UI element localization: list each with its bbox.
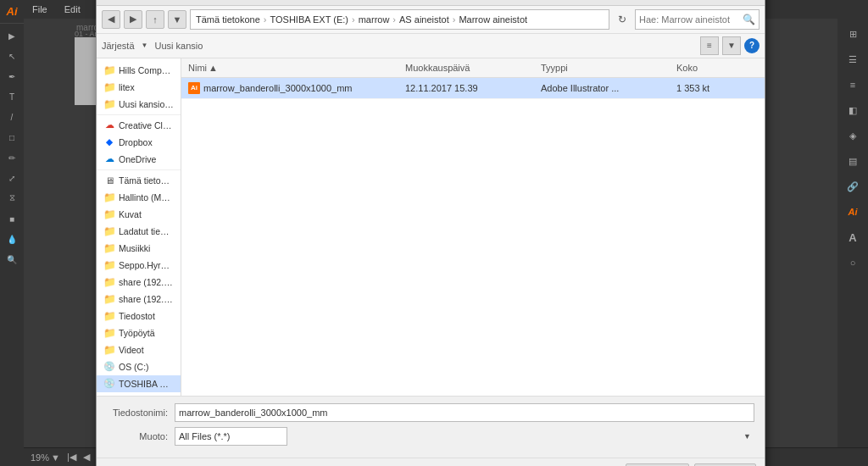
sidebar-item-toshiba[interactable]: 💿 TOSHIBA EXT (E: (97, 375, 181, 392)
sidebar-item-hallinto[interactable]: 📁 Hallinto (MARRC (97, 189, 181, 206)
appearance-icon[interactable]: ○ (841, 251, 865, 275)
format-select[interactable]: All Files (*.*) Adobe Illustrator (*.ai)… (175, 427, 287, 446)
creative-cloud-icon: ☁ (103, 119, 115, 131)
blend-tool[interactable]: ⧖ (3, 189, 21, 208)
recent-button[interactable]: ▼ (168, 10, 186, 29)
sidebar-item-musiikki[interactable]: 📁 Musiikki (97, 240, 181, 257)
main-content: 📁 Hills Component 📁 litex 📁 Uusi kansio … (97, 58, 765, 396)
sidebar-label-musiikki: Musiikki (119, 243, 150, 253)
align-icon[interactable]: ≡ (841, 73, 865, 97)
menu-edit[interactable]: Edit (61, 3, 84, 16)
pathfinder-icon[interactable]: ◈ (841, 124, 865, 147)
menu-file[interactable]: File (29, 3, 51, 16)
toolbar-left: Järjestä ▼ Uusi kansio (102, 41, 203, 51)
sidebar-item-dropbox[interactable]: ◆ Dropbox (97, 134, 181, 151)
eyedropper-tool[interactable]: 💧 (3, 230, 21, 248)
sidebar-label-share1: share (192.168.30 (119, 277, 174, 287)
sidebar-item-share1[interactable]: 📁 share (192.168.30 (97, 274, 181, 291)
app-background: Ai ▶ ↖ ✒ T / □ ✏ ⤢ ⧖ ■ 💧 🔍 File Edit Obj… (0, 0, 868, 466)
sidebar-item-videot[interactable]: 📁 Videot (97, 341, 181, 358)
sidebar-item-os[interactable]: 💿 OS (C:) (97, 358, 181, 375)
sidebar-item-onedrive[interactable]: ☁ OneDrive (97, 151, 181, 168)
line-tool[interactable]: / (3, 108, 21, 126)
direct-select-tool[interactable]: ↖ (3, 47, 21, 65)
type-tool[interactable]: T (3, 87, 21, 106)
format-select-wrapper[interactable]: All Files (*.*) Adobe Illustrator (*.ai)… (175, 427, 754, 446)
folder-icon-kuvat: 📁 (103, 208, 115, 220)
pen-tool[interactable]: ✒ (3, 67, 21, 86)
sidebar: 📁 Hills Component 📁 litex 📁 Uusi kansio … (97, 58, 181, 396)
libraries-icon[interactable]: ☰ (841, 47, 865, 71)
transform-icon[interactable]: ◧ (841, 98, 865, 122)
gradient-tool[interactable]: ■ (3, 209, 21, 228)
sidebar-item-tyopoyta[interactable]: 📁 Työpöytä (97, 325, 181, 341)
footer-buttons: Tallenna Peruuta (626, 463, 756, 467)
drive-icon-toshiba: 💿 (103, 378, 115, 390)
network-folder-icon-hallinto: 📁 (103, 191, 115, 203)
type-panel-icon[interactable]: A (841, 225, 865, 249)
dialog-overlay: Print to File ✕ ◀ ▶ ↑ ▼ Tämä tietokone ›… (24, 19, 837, 447)
scale-tool[interactable]: ⤢ (3, 169, 21, 187)
save-button[interactable]: Tallenna (626, 463, 689, 467)
sidebar-label-creative: Creative Cloud File (119, 120, 174, 130)
view-chevron-button[interactable]: ▼ (722, 36, 741, 55)
properties-icon[interactable]: ⊞ (841, 22, 865, 46)
network-folder-icon-share2: 📁 (103, 293, 115, 305)
toolbar-right: ≡ ▼ ? (700, 36, 760, 55)
sidebar-label-onedrive: OneDrive (119, 154, 156, 164)
sidebar-item-hills[interactable]: 📁 Hills Component (97, 62, 181, 79)
sidebar-label-uusi: Uusi kansio (2) (119, 99, 174, 109)
up-button[interactable]: ↑ (146, 10, 164, 29)
sep4: › (453, 14, 456, 25)
back-button[interactable]: ◀ (102, 10, 120, 29)
view-toggle-button[interactable]: ≡ (700, 36, 719, 55)
file-cell-modified: 12.11.2017 15.39 (398, 81, 534, 95)
col-header-size[interactable]: Koko (670, 61, 765, 75)
ai-file-icon: Ai (188, 82, 200, 94)
drive-icon-os: 💿 (103, 361, 115, 373)
sidebar-label-seppo: Seppo.Hyrkas (119, 260, 174, 270)
cancel-button[interactable]: Peruuta (694, 463, 756, 467)
sidebar-item-seppo[interactable]: 📁 Seppo.Hyrkas (97, 257, 181, 274)
col-header-name[interactable]: Nimi ▲ (181, 61, 398, 75)
search-box[interactable]: 🔍 (635, 9, 760, 30)
new-folder-button[interactable]: Uusi kansio (154, 41, 203, 51)
layers-icon[interactable]: ▤ (841, 149, 865, 173)
right-panel: ⊞ ☰ ≡ ◧ ◈ ▤ 🔗 Ai A ○ (837, 19, 868, 466)
forward-button[interactable]: ▶ (124, 10, 142, 29)
sidebar-item-uusi[interactable]: 📁 Uusi kansio (2) (97, 96, 181, 113)
brush-tool[interactable]: ✏ (3, 148, 21, 167)
sidebar-label-hills: Hills Component (119, 65, 174, 75)
col-header-modified[interactable]: Muokkauspäivä (398, 61, 534, 75)
sidebar-item-tiedostot[interactable]: 📁 Tiedostot (97, 308, 181, 325)
col-header-type[interactable]: Tyyppi (534, 61, 670, 75)
sidebar-label-litex: litex (119, 82, 135, 92)
sidebar-item-kuvat[interactable]: 📁 Kuvat (97, 206, 181, 223)
sidebar-separator-1 (97, 114, 181, 115)
sidebar-item-share2[interactable]: 📁 share (192.168.30 (97, 291, 181, 308)
sidebar-item-creative[interactable]: ☁ Creative Cloud File (97, 117, 181, 134)
nav-prev[interactable]: |◀ (67, 452, 76, 463)
sidebar-separator-2 (97, 169, 181, 170)
sidebar-item-tama[interactable]: 🖥 Tämä tietokone (97, 172, 181, 189)
breadcrumb[interactable]: Tämä tietokone › TOSHIBA EXT (E:) › marr… (190, 9, 609, 30)
links-icon[interactable]: 🔗 (841, 175, 865, 198)
search-input[interactable] (639, 14, 741, 25)
select-tool[interactable]: ▶ (3, 26, 21, 45)
sidebar-label-dropbox: Dropbox (119, 137, 153, 147)
zoom-control[interactable]: 19% ▼ (31, 452, 60, 463)
filename-input[interactable] (175, 403, 754, 422)
help-button[interactable]: ? (744, 38, 760, 53)
ai-panel-icon[interactable]: Ai (841, 200, 865, 224)
folder-icon-tiedostot: 📁 (103, 310, 115, 322)
sep1: › (264, 14, 267, 25)
rect-tool[interactable]: □ (3, 128, 21, 147)
sidebar-item-ladatut[interactable]: 📁 Ladatut tiedosto (97, 223, 181, 240)
nav-refresh-button[interactable]: ↻ (613, 10, 632, 29)
file-row[interactable]: Ai marrow_banderolli_3000x1000_mm 12.11.… (181, 78, 765, 99)
sidebar-item-litex[interactable]: 📁 litex (97, 79, 181, 96)
nav-back[interactable]: ◀ (83, 452, 90, 463)
file-cell-type: Adobe Illustrator ... (534, 81, 670, 95)
zoom-tool[interactable]: 🔍 (3, 250, 21, 269)
arrange-button[interactable]: Järjestä (102, 41, 135, 51)
